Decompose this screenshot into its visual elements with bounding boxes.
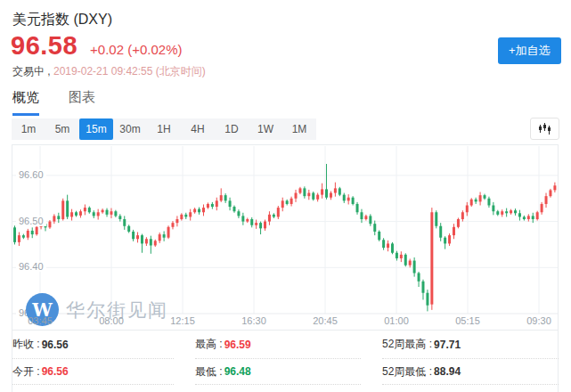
price-block: 96.58 +0.02 (+0.02%) (11, 31, 182, 61)
page-title: 美元指数 (DXY) (12, 11, 112, 29)
chart-type-button[interactable] (530, 118, 559, 140)
y-tick-label: 96.50 (16, 216, 46, 226)
x-tick-label: 20:45 (313, 315, 338, 326)
timeframe-4H[interactable]: 4H (181, 118, 215, 140)
price-change: +0.02 (+0.02%) (90, 42, 182, 57)
stat-prev-close: 昨收 : 96.56 (12, 331, 174, 359)
timeframe-30m[interactable]: 30m (113, 118, 147, 140)
quote-timestamp: 2019-02-21 09:42:55 (北京时间) (53, 65, 206, 78)
x-tick-label: 09:30 (526, 315, 551, 326)
timeframe-1W[interactable]: 1W (249, 118, 282, 140)
timeframe-1M[interactable]: 1M (282, 118, 316, 140)
stat-low: 最低 : 96.48 (195, 359, 361, 385)
stat-high: 最高 : 96.59 (195, 331, 361, 359)
view-tabs: 概览 图表 (12, 89, 95, 116)
timeframe-15m[interactable]: 15m (79, 118, 113, 140)
y-tick-label: 96.40 (16, 261, 46, 272)
market-status-row: 交易中 , 2019-02-21 09:42:55 (北京时间) (12, 64, 206, 79)
stats-table: 昨收 : 96.56 最高 : 96.59 52周最高 : 97.71 今开 :… (12, 330, 559, 385)
x-tick-label: 01:00 (384, 315, 409, 326)
x-tick-label: 16:30 (241, 315, 266, 326)
current-price: 96.58 (11, 31, 77, 61)
candlestick-chart-icon (538, 123, 551, 135)
x-tick-label: 05:15 (455, 315, 480, 326)
timeframe-5m[interactable]: 5m (45, 118, 79, 140)
tab-overview[interactable]: 概览 (12, 89, 39, 116)
y-tick-label: 96.60 (16, 169, 46, 180)
stat-52w-high: 52周最高 : 97.71 (382, 331, 559, 359)
timeframe-bar: 1m5m15m30m1H4H1D1W1M (12, 118, 316, 140)
timeframe-1H[interactable]: 1H (147, 118, 181, 140)
stat-52w-low: 52周最低 : 88.94 (382, 359, 559, 385)
add-watchlist-button[interactable]: +加自选 (498, 37, 561, 64)
x-tick-label: 08:00 (99, 315, 124, 326)
market-status: 交易中 , (12, 65, 51, 78)
stat-open: 今开 : 96.56 (12, 359, 174, 385)
timeframe-1D[interactable]: 1D (215, 118, 249, 140)
tab-chart[interactable]: 图表 (69, 89, 95, 116)
timeframe-1m[interactable]: 1m (12, 118, 45, 140)
x-tick-label: 03:45 (28, 315, 53, 326)
x-tick-label: 12:15 (170, 315, 195, 326)
